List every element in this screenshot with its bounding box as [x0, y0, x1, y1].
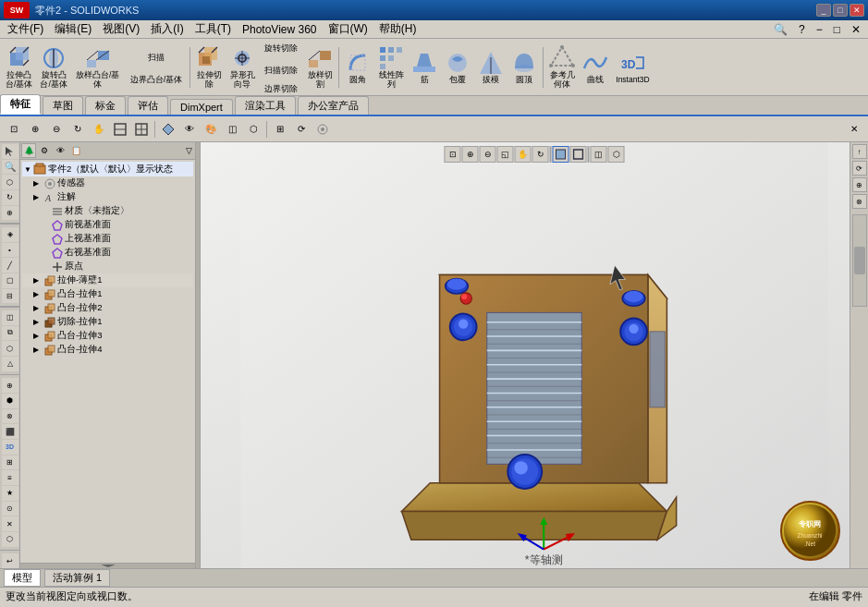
tb-revolve-cut[interactable]: 旋转切除 — [261, 36, 301, 62]
tb-rib[interactable]: 筋 — [408, 44, 441, 91]
panel-tab-tree[interactable]: 🌲 — [21, 143, 36, 158]
lt-extra2[interactable]: ⬛ — [2, 424, 18, 439]
menu-extra1[interactable]: ? — [793, 22, 811, 37]
tree-sensor[interactable]: ▶ 传感器 — [22, 176, 193, 190]
lt-smart-dim[interactable]: ◈ — [2, 227, 18, 242]
tab-office[interactable]: 办公室产品 — [298, 96, 369, 115]
lt-extra5[interactable]: ★ — [2, 486, 18, 501]
menu-tools[interactable]: 工具(T) — [189, 20, 237, 38]
lt-select[interactable] — [2, 144, 18, 159]
tree-front-plane[interactable]: 前视基准面 — [22, 218, 193, 232]
lt-rotate3d[interactable]: ↻ — [2, 190, 18, 205]
panel-tab-display[interactable]: 👁 — [53, 143, 67, 158]
tree-extrude-thin[interactable]: ▶ 拉伸-薄壁1 — [22, 273, 193, 287]
bottom-tab-example[interactable]: 活动算例 1 — [44, 569, 110, 587]
vt-rotate[interactable]: ↻ — [532, 146, 549, 163]
tree-origin[interactable]: 原点 — [22, 260, 193, 273]
tab-render[interactable]: 渲染工具 — [235, 96, 296, 115]
restore-button[interactable]: □ — [833, 4, 848, 17]
lt-extra6[interactable]: ⊙ — [2, 502, 18, 516]
tb-extrude-boss[interactable]: 拉伸凸台/基体 — [2, 44, 36, 91]
tb2-extra1[interactable]: ⟳ — [291, 119, 312, 140]
tb2-view1[interactable] — [110, 119, 130, 140]
vt-zoom-area[interactable]: ◱ — [497, 146, 514, 163]
tree-cut-extrude1[interactable]: ▶ 切除-拉伸1 — [22, 315, 193, 329]
lt-face[interactable]: ▢ — [2, 273, 18, 288]
rp-btn2[interactable]: ⟳ — [852, 161, 867, 176]
tb-scan-cut[interactable]: 扫描切除 — [261, 62, 301, 80]
tree-boss-extrude1[interactable]: ▶ 凸台-拉伸1 — [22, 287, 193, 301]
tab-sketch[interactable]: 草图 — [43, 96, 83, 115]
lt-extra1[interactable]: ⊗ — [2, 409, 18, 424]
tab-feature[interactable]: 特征 — [0, 94, 41, 115]
bottom-tab-model[interactable]: 模型 — [4, 569, 41, 587]
lt-extra3[interactable]: ⊞ — [2, 455, 18, 470]
vt-section[interactable]: ◫ — [591, 146, 607, 163]
tree-notes[interactable]: ▶ A 注解 — [22, 190, 193, 204]
tb-hole-wizard[interactable]: 异形孔向导 — [226, 44, 259, 91]
tree-scroll-bottom[interactable] — [20, 563, 195, 568]
lt-extra7[interactable]: ✕ — [2, 516, 18, 531]
lt-edge[interactable]: ╱ — [2, 258, 18, 273]
lt-extra8[interactable]: ⬡ — [2, 532, 18, 547]
tb2-zoom-to-fit[interactable]: ⊡ — [4, 119, 24, 140]
rp-btn3[interactable]: ⊕ — [852, 177, 867, 192]
panel-tab-props[interactable]: ⚙ — [37, 143, 52, 158]
tree-boss-extrude2[interactable]: ▶ 凸台-拉伸2 — [22, 301, 193, 315]
menu-edit[interactable]: 编辑(E) — [49, 20, 97, 38]
lt-orient[interactable]: ⬢ — [2, 394, 18, 408]
tab-evaluate[interactable]: 评估 — [128, 96, 168, 115]
menu-search[interactable]: 🔍 — [768, 22, 793, 37]
tb-fillet[interactable]: 圆角 — [341, 44, 374, 91]
lt-extra9[interactable]: ↩ — [2, 553, 18, 568]
tb2-zoom-out[interactable]: ⊖ — [46, 119, 67, 140]
lt-zoom-region[interactable]: ⊕ — [2, 206, 18, 221]
tb2-view2[interactable] — [131, 119, 152, 140]
panel-tab-config[interactable]: 📋 — [68, 143, 83, 158]
tree-boss-extrude4[interactable]: ▶ 凸台-拉伸4 — [22, 343, 193, 357]
close-button[interactable]: ✕ — [850, 4, 864, 17]
tb2-zoom-in[interactable]: ⊕ — [25, 119, 45, 140]
rp-scrollbar[interactable] — [852, 214, 867, 307]
lt-section[interactable]: ◫ — [2, 310, 18, 325]
lt-dv1[interactable]: ⧉ — [2, 326, 18, 341]
lt-pan[interactable]: ⬡ — [2, 175, 18, 189]
vt-zoom-in[interactable]: ⊕ — [462, 146, 479, 163]
tb-scan[interactable]: 扫描 — [140, 45, 173, 71]
tb-instant3d[interactable]: 3D Instant3D — [612, 44, 653, 91]
lt-vertex[interactable]: • — [2, 243, 18, 258]
menu-extra4[interactable]: ✕ — [846, 22, 866, 37]
rp-btn1[interactable]: ↑ — [852, 144, 867, 159]
menu-extra2[interactable]: − — [811, 22, 828, 37]
menu-view[interactable]: 视图(V) — [97, 20, 145, 38]
tree-top-plane[interactable]: 上视基准面 — [22, 232, 193, 246]
tab-markup[interactable]: 标金 — [85, 96, 126, 115]
menu-help[interactable]: 帮助(H) — [373, 20, 422, 38]
vt-shaded[interactable] — [553, 146, 569, 163]
tb-ref-geom[interactable]: 参考几何体 — [545, 44, 579, 91]
tree-root[interactable]: ▼ 零件2（默认〈默认〉显示状态 — [22, 162, 193, 176]
tb-boundary[interactable]: 边界凸台/基体 — [127, 71, 187, 90]
tb2-grid[interactable]: ⊞ — [270, 119, 290, 140]
menu-extra3[interactable]: □ — [828, 22, 846, 37]
tb-loft-cut[interactable]: 放样切割 — [303, 44, 336, 91]
tb-linear-pattern[interactable]: 线性阵列 — [374, 44, 408, 91]
tb2-extra2[interactable] — [312, 119, 333, 140]
rp-btn4[interactable]: ⊗ — [852, 194, 867, 209]
vt-more[interactable]: ⬡ — [608, 146, 625, 163]
tb2-section-view[interactable]: ◫ — [222, 119, 242, 140]
tb2-view-orient[interactable]: ⬡ — [243, 119, 263, 140]
tb-loft-boss[interactable]: 放样凸台/基体 — [71, 44, 125, 91]
menu-file[interactable]: 文件(F) — [2, 20, 49, 38]
menu-insert[interactable]: 插入(I) — [145, 20, 189, 38]
tb-dome[interactable]: 圆顶 — [507, 44, 541, 91]
tb2-close-view[interactable]: ✕ — [844, 119, 864, 140]
tree-material[interactable]: 材质〈未指定〉 — [22, 204, 193, 218]
vt-wireframe[interactable] — [570, 146, 587, 163]
tb-revolve-boss[interactable]: 旋转凸台/基体 — [36, 44, 70, 91]
tb2-display-style[interactable] — [158, 119, 178, 140]
tb-extrude-cut[interactable]: 拉伸切除 — [192, 44, 226, 91]
vt-pan-view[interactable]: ✋ — [515, 146, 532, 163]
lt-zoom[interactable]: 🔍 — [2, 160, 18, 175]
lt-move[interactable]: ⊕ — [2, 378, 18, 393]
